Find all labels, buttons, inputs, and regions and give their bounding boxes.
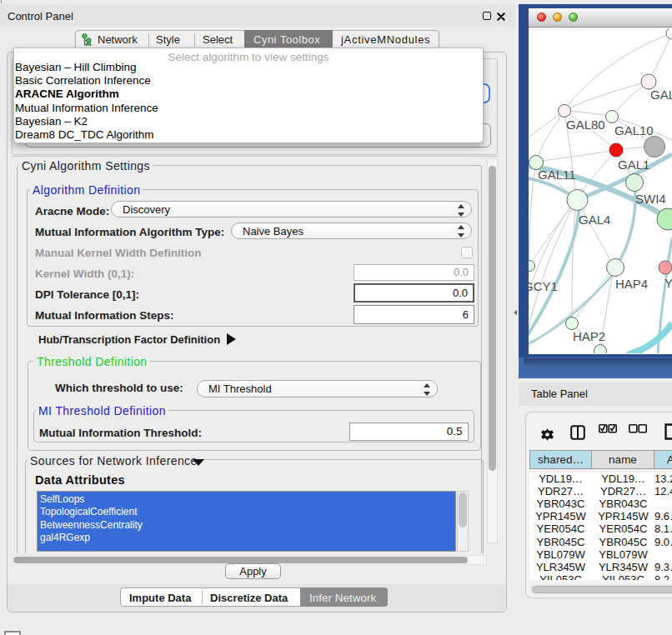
svg-text:GAL1: GAL1 bbox=[618, 158, 649, 172]
svg-text:HAP4: HAP4 bbox=[615, 277, 648, 291]
svg-text:GCY1: GCY1 bbox=[529, 279, 558, 293]
svg-text:GAL11: GAL11 bbox=[538, 168, 576, 182]
svg-text:HAP2: HAP2 bbox=[573, 329, 605, 343]
svg-text:YD: YD bbox=[664, 276, 672, 290]
svg-text:GAL10: GAL10 bbox=[614, 123, 654, 138]
svg-text:GAL2: GAL2 bbox=[650, 88, 672, 102]
svg-text:GAL4: GAL4 bbox=[579, 212, 610, 227]
svg-text:GAL80: GAL80 bbox=[566, 118, 605, 132]
svg-text:SWI4: SWI4 bbox=[635, 192, 666, 206]
